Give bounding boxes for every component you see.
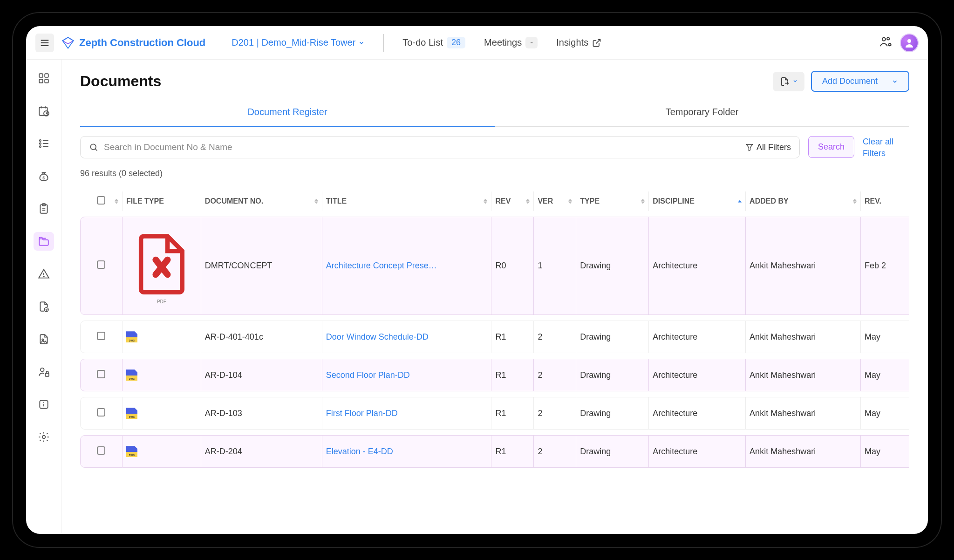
svg-line-38 (95, 149, 97, 150)
svg-rect-8 (39, 74, 43, 77)
document-title-link[interactable]: Second Floor Plan-DD (326, 370, 410, 380)
filter-icon (745, 143, 754, 151)
sidebar-dashboard[interactable] (34, 69, 54, 88)
document-title-link[interactable]: First Floor Plan-DD (326, 409, 398, 418)
sidebar-schedule[interactable] (34, 102, 54, 120)
cell-date: May (861, 321, 909, 353)
cell-ver: 2 (534, 435, 576, 468)
sidebar: $ (26, 60, 61, 534)
document-title-link[interactable]: Architecture Concept Prese… (326, 261, 437, 270)
col-title[interactable]: TITLE (322, 191, 492, 211)
cell-added-by: Ankit Maheshwari (746, 359, 861, 391)
sidebar-forms[interactable] (34, 199, 54, 218)
svg-point-18 (39, 143, 41, 144)
file-check-icon (38, 300, 50, 313)
tab-document-register[interactable]: Document Register (80, 100, 495, 127)
svg-rect-32 (45, 373, 49, 376)
col-ver[interactable]: VER (534, 191, 576, 211)
col-type[interactable]: TYPE (576, 191, 649, 211)
avatar-icon (904, 37, 915, 48)
file-image-icon (38, 333, 50, 345)
row-checkbox[interactable] (97, 332, 105, 340)
col-rev[interactable]: REV (491, 191, 534, 211)
top-nav: To-do List 26 Meetings - Insights (402, 37, 601, 48)
cell-ver: 2 (534, 397, 576, 430)
cell-date: May (861, 359, 909, 391)
table-row[interactable]: AR-D-204 Elevation - E4-DD R1 2 Drawing … (80, 435, 909, 468)
col-file-type[interactable]: FILE TYPE (123, 191, 201, 211)
table-row[interactable]: AR-D-103 First Floor Plan-DD R1 2 Drawin… (80, 397, 909, 430)
svg-point-37 (90, 144, 96, 150)
search-button[interactable]: Search (808, 136, 854, 158)
col-discipline[interactable]: DISCIPLINE (649, 191, 746, 211)
cell-discipline: Architecture (649, 435, 746, 468)
cell-ver: 2 (534, 359, 576, 391)
pdf-icon: PDF (126, 227, 197, 304)
svg-point-20 (39, 146, 41, 147)
file-export-icon (779, 76, 790, 87)
cell-ver: 1 (534, 217, 576, 315)
svg-marker-39 (746, 144, 753, 151)
add-document-button[interactable]: Add Document (811, 71, 909, 92)
app-name: Zepth Construction Cloud (79, 37, 205, 49)
select-all-checkbox[interactable] (97, 196, 105, 205)
nav-insights[interactable]: Insights (556, 37, 601, 48)
add-document-label: Add Document (822, 76, 878, 86)
row-checkbox[interactable] (97, 408, 105, 417)
col-added-by[interactable]: ADDED BY (746, 191, 861, 211)
search-input[interactable] (104, 142, 740, 152)
svg-line-3 (596, 39, 600, 43)
sidebar-risk[interactable] (34, 265, 54, 283)
tabs: Document Register Temporary Folder (80, 100, 909, 127)
col-document-no[interactable]: DOCUMENT NO. (201, 191, 322, 211)
sidebar-tasks[interactable] (34, 134, 54, 153)
svg-point-16 (39, 140, 41, 141)
dwg-icon (126, 446, 137, 457)
cell-document-no: AR-D-104 (201, 359, 322, 391)
table-row[interactable]: AR-D-401-401c Door Window Schedule-DD R1… (80, 321, 909, 353)
chevron-down-icon (792, 78, 798, 84)
nav-meetings[interactable]: Meetings - (484, 37, 538, 48)
cell-date: May (861, 435, 909, 468)
cell-document-no: AR-D-103 (201, 397, 322, 430)
sidebar-approvals[interactable] (34, 297, 54, 316)
cell-document-no: AR-D-204 (201, 435, 322, 468)
all-filters-button[interactable]: All Filters (745, 143, 791, 152)
row-checkbox[interactable] (97, 446, 105, 455)
tab-temporary-folder[interactable]: Temporary Folder (495, 100, 909, 126)
sidebar-photos[interactable] (34, 330, 54, 348)
gear-icon (38, 431, 50, 443)
dwg-icon (126, 369, 137, 381)
export-button[interactable] (773, 72, 804, 91)
sidebar-documents[interactable] (34, 232, 54, 251)
row-checkbox[interactable] (97, 370, 105, 378)
cell-added-by: Ankit Maheshwari (746, 397, 861, 430)
app-brand[interactable]: Zepth Construction Cloud (61, 36, 205, 49)
external-link-icon (592, 38, 601, 48)
team-button[interactable] (879, 35, 893, 50)
col-rev-date[interactable]: REV. (861, 191, 909, 211)
sidebar-settings[interactable] (34, 428, 54, 446)
cell-discipline: Architecture (649, 321, 746, 353)
document-title-link[interactable]: Elevation - E4-DD (326, 447, 393, 456)
cell-rev: R0 (491, 217, 534, 315)
svg-point-36 (42, 436, 45, 439)
table-row[interactable]: AR-D-104 Second Floor Plan-DD R1 2 Drawi… (80, 359, 909, 391)
clear-filters-link[interactable]: Clear all Filters (863, 136, 909, 159)
sidebar-info[interactable] (34, 395, 54, 414)
sidebar-users[interactable] (34, 362, 54, 381)
document-title-link[interactable]: Door Window Schedule-DD (326, 332, 429, 341)
nav-todo[interactable]: To-do List 26 (402, 37, 465, 48)
project-selector[interactable]: D201 | Demo_Mid-Rise Tower (232, 37, 365, 48)
col-checkbox[interactable] (80, 191, 123, 211)
results-summary: 96 results (0 selected) (80, 169, 909, 178)
user-avatar[interactable] (900, 34, 919, 52)
sidebar-cost[interactable]: $ (34, 167, 54, 185)
hamburger-icon (40, 38, 50, 48)
table-row[interactable]: PDF DMRT/CONCEPT Architecture Concept Pr… (80, 217, 909, 315)
row-checkbox[interactable] (97, 260, 105, 269)
top-bar: Zepth Construction Cloud D201 | Demo_Mid… (26, 26, 928, 60)
main-content: Documents Add Document Document Regist (61, 60, 928, 534)
svg-rect-11 (45, 79, 48, 83)
menu-toggle-button[interactable] (35, 34, 54, 52)
